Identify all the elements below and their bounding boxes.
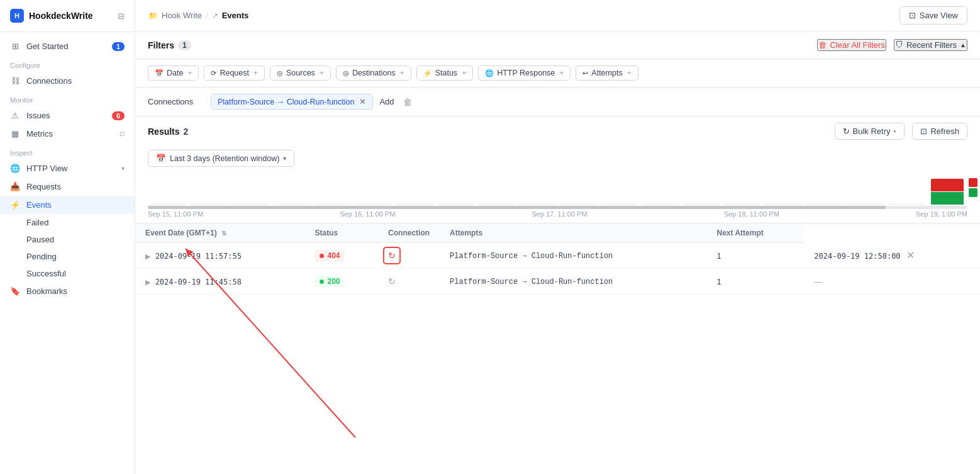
status-cell: 200 <box>304 269 378 295</box>
refresh-button[interactable]: ⊡ Refresh <box>912 123 967 140</box>
calendar-icon: 📅 <box>156 154 166 163</box>
sidebar-item-paused[interactable]: Paused <box>0 231 135 248</box>
sidebar-toggle-icon[interactable]: ⊟ <box>118 11 125 21</box>
attempts-cell: 1 <box>707 269 805 295</box>
sidebar-item-bookmarks[interactable]: 🔖 Bookmarks <box>0 282 135 300</box>
chart-bar-group <box>722 173 762 205</box>
sidebar-item-events[interactable]: ⚡ Events <box>0 196 135 214</box>
status-code-value: 200 <box>327 277 340 286</box>
chart-bar-group <box>394 173 434 205</box>
add-connection-button[interactable]: Add <box>379 97 394 106</box>
chart-bar-group <box>476 173 516 205</box>
sidebar-item-pending[interactable]: Pending <box>0 248 135 265</box>
event-date-value: 2024-09-19 11:57:55 <box>155 252 242 261</box>
timeline-label-1: Sep 16, 11:00 PM <box>340 210 395 218</box>
topbar: 📁 Hook Write / ↗ Events ⊡ Save View <box>135 0 980 31</box>
chart-icon: ▦ <box>10 129 20 138</box>
main-content: 📁 Hook Write / ↗ Events ⊡ Save View Filt… <box>135 0 980 474</box>
sidebar-item-successful[interactable]: Successful <box>0 265 135 282</box>
sidebar-item-connections[interactable]: ⛓ Connections <box>0 72 135 90</box>
date-range-chevron-icon: ▾ <box>283 155 286 162</box>
chart-scrollbar-thumb <box>148 206 886 209</box>
status-dot-green <box>320 279 324 284</box>
inbox-icon: 📥 <box>10 182 20 191</box>
events-table: Event Date (GMT+1) ⇅ Status Connection A… <box>135 223 980 295</box>
bulk-retry-button[interactable]: ↻ Bulk Retry ▾ <box>835 123 905 140</box>
http-view-chevron-icon: ▾ <box>121 165 125 172</box>
legend-green-box <box>969 188 977 197</box>
col-next-attempt: Next Attempt <box>707 223 805 243</box>
attempts-plus-icon: + <box>627 69 632 77</box>
filter-tags-bar: 📅 Date + ⟳ Request + ◎ Sources + ◎ Desti… <box>135 59 980 87</box>
date-range-label: Last 3 days (Retention window) <box>170 154 279 163</box>
chart-bar-group <box>148 173 188 205</box>
get-started-badge: 1 <box>112 42 125 51</box>
expand-row-button[interactable]: ▶ <box>145 252 150 260</box>
sidebar-item-label: HTTP View <box>26 164 67 173</box>
status-plus-icon: + <box>462 69 466 77</box>
app-name: HookdeckWrite <box>29 11 93 21</box>
clear-all-filters-button[interactable]: 🗑 Clear All Filters <box>817 39 886 51</box>
filter-tag-destinations[interactable]: ◎ Destinations + <box>336 65 411 81</box>
successful-label: Successful <box>26 269 66 278</box>
status-badge-404: 404 <box>315 250 345 261</box>
sidebar-item-http-view[interactable]: 🌐 HTTP View ▾ <box>0 159 135 178</box>
save-view-icon: ⊡ <box>909 11 916 20</box>
retry-action-cell: ↻ <box>378 243 440 269</box>
save-view-button[interactable]: ⊡ Save View <box>899 6 967 25</box>
chart-bar-group <box>353 173 393 205</box>
filter-tag-status[interactable]: ⚡ Status + <box>416 65 473 81</box>
filter-tag-date[interactable]: 📅 Date + <box>148 65 199 81</box>
request-icon: ⟳ <box>211 69 216 77</box>
sidebar-item-get-started[interactable]: ⊞ Get Started 1 <box>0 37 135 55</box>
filter-tag-sources[interactable]: ◎ Sources + <box>270 65 331 81</box>
request-plus-icon: + <box>253 69 258 77</box>
recent-filters-button[interactable]: ⛉ Recent Filters ▲ <box>894 39 967 51</box>
retry-button-highlighted[interactable]: ↻ <box>383 247 401 264</box>
zap-icon: ⚡ <box>10 200 20 210</box>
chart-timeline: Sep 15, 11:00 PM Sep 16, 11:00 PM Sep 17… <box>148 210 967 218</box>
table-header-row: Event Date (GMT+1) ⇅ Status Connection A… <box>135 223 980 243</box>
sidebar-item-metrics[interactable]: ▦ Metrics ⊡ <box>0 125 135 143</box>
expand-row-button[interactable]: ▶ <box>145 278 150 286</box>
event-date-cell: ▶ 2024-09-19 11:57:55 <box>135 243 304 269</box>
chevron-up-icon: ▲ <box>960 42 966 48</box>
next-attempt-cell: — <box>804 269 980 295</box>
save-view-label: Save View <box>920 11 958 20</box>
filters-label: Filters 1 <box>148 40 191 50</box>
inspect-section-label: Inspect <box>0 143 135 159</box>
sidebar-item-failed[interactable]: Failed <box>0 214 135 231</box>
results-actions: ↻ Bulk Retry ▾ ⊡ Refresh <box>835 123 968 140</box>
trash-icon: 🗑 <box>818 40 827 50</box>
connection-chip: Platform-Source → Cloud-Run-function ✕ <box>211 94 373 110</box>
sources-plus-icon: + <box>320 69 324 77</box>
remove-connection-chip-icon[interactable]: ✕ <box>359 97 366 106</box>
filters-bar: Filters 1 🗑 Clear All Filters ⛉ Recent F… <box>135 31 980 59</box>
sidebar-item-issues[interactable]: ⚠ Issues 6 <box>0 106 135 125</box>
filter-tag-sources-label: Sources <box>286 69 315 77</box>
timeline-label-4: Sep 19, 1:00 PM <box>916 210 967 218</box>
retry-button-plain[interactable]: ↻ <box>383 273 401 290</box>
filter-tag-request[interactable]: ⟳ Request + <box>204 65 265 81</box>
retry-icon: ↻ <box>388 251 396 261</box>
filter-tag-http-response[interactable]: 🌐 HTTP Response + <box>478 65 571 81</box>
sidebar-item-requests[interactable]: 📥 Requests <box>0 178 135 196</box>
next-attempt-value: 2024-09-19 12:58:00 <box>814 252 900 261</box>
bulk-retry-chevron-icon: ▾ <box>893 128 896 135</box>
pending-label: Pending <box>26 252 57 261</box>
folder-icon: 📁 <box>148 11 158 20</box>
chart-scrollbar[interactable] <box>148 206 967 209</box>
filter-tag-attempts[interactable]: ↩ Attempts + <box>576 65 638 81</box>
filter-tag-attempts-label: Attempts <box>591 69 622 77</box>
chart-bar-group <box>599 173 639 205</box>
cancel-next-attempt-icon[interactable]: ✕ <box>906 250 915 261</box>
clear-connection-filter-icon[interactable]: 🗑 <box>403 97 412 107</box>
date-range-button[interactable]: 📅 Last 3 days (Retention window) ▾ <box>148 150 294 167</box>
chart-bar-group <box>271 173 311 205</box>
retry-plain-icon: ↻ <box>388 276 396 286</box>
col-event-date[interactable]: Event Date (GMT+1) ⇅ <box>135 223 304 243</box>
chart-bar-group <box>640 173 680 205</box>
sources-icon: ◎ <box>277 69 283 77</box>
breadcrumb-parent[interactable]: Hook Write <box>162 11 202 20</box>
results-count: 2 <box>184 127 189 137</box>
